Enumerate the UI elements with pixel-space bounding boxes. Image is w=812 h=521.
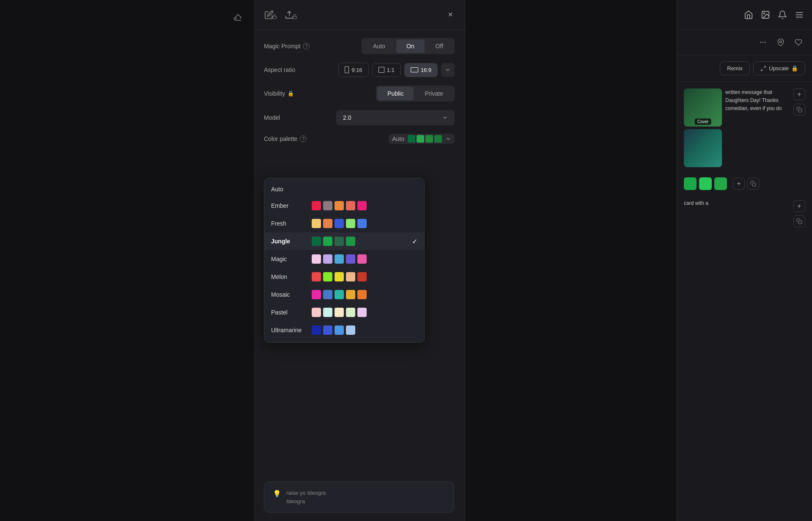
content-description-1: written message that Daughters Day! Than… [725,88,790,113]
color-palette-selector[interactable]: Auto [389,134,455,144]
menu-icon[interactable] [793,9,805,21]
chip-1 [684,177,697,190]
aspect-ratio-label: Aspect ratio [264,66,295,73]
magic-prompt-auto[interactable]: Auto [363,39,395,53]
melon-swatch-2 [323,272,332,281]
palette-ember-item[interactable]: Ember [264,197,424,215]
fresh-swatch-1 [312,219,321,228]
magic-swatch-1 [312,254,321,264]
pastel-swatches [312,308,367,317]
add-action-2[interactable]: + [793,200,805,212]
palette-magic-item[interactable]: Magic [264,250,424,268]
ember-swatch-3 [335,201,344,210]
image-thumb-1[interactable]: Cover [684,88,722,127]
jungle-check: ✓ [412,237,417,245]
fresh-swatch-4 [346,219,355,228]
magic-swatch-5 [357,254,367,264]
heart-icon[interactable] [792,36,805,49]
svg-rect-0 [273,16,277,19]
ember-swatch-1 [312,201,321,210]
palette-ultramarine-item[interactable]: Ultramarine [264,321,424,339]
content-description-2: card with a [684,200,790,206]
mosaic-swatches [312,290,367,299]
copy-color[interactable] [747,178,759,190]
edit-lock-icon[interactable] [264,8,277,22]
mosaic-swatch-2 [323,290,332,299]
magic-prompt-on[interactable]: On [396,39,425,53]
svg-rect-14 [798,109,802,112]
content-actions-2: + [793,200,805,227]
svg-point-4 [763,13,765,14]
svg-point-9 [765,42,766,43]
add-action-1[interactable]: + [793,88,805,100]
upscale-button[interactable]: Upscale 🔒 [753,61,805,75]
content-row-1: Cover written message that Daughters Day… [684,88,805,167]
palette-auto-label: Auto [271,186,305,193]
mosaic-swatch-5 [357,290,367,299]
content-text-1: written message that Daughters Day! Than… [725,88,790,113]
prompt-area: 💡 raise yo Ideogra Ideogra [264,482,454,513]
aspect-portrait-btn[interactable]: 9:16 [338,63,368,77]
jungle-swatch-1 [312,237,321,246]
palette-mosaic-label: Mosaic [271,291,305,298]
melon-swatch-5 [357,272,367,281]
mosaic-swatch-4 [346,290,355,299]
visibility-public[interactable]: Public [377,87,414,100]
visibility-toggle: Public Private [376,85,455,102]
more-options-icon[interactable] [756,36,770,49]
visibility-row: Visibility 🔒 Public Private [264,85,455,102]
content-area: Cover written message that Daughters Day… [677,82,812,234]
pin-icon[interactable] [774,36,787,49]
palette-melon-item[interactable]: Melon [264,268,424,286]
palette-jungle-item[interactable]: Jungle ✓ [264,232,424,250]
melon-swatch-4 [346,272,355,281]
bell-icon[interactable] [776,9,788,21]
gallery-icon[interactable] [760,9,771,21]
magic-swatch-3 [335,254,344,264]
svg-point-11 [780,41,782,43]
palette-melon-label: Melon [271,273,305,280]
magic-prompt-info[interactable]: ? [303,43,310,50]
magic-prompt-off[interactable]: Off [425,39,453,53]
palette-ember-label: Ember [271,202,305,209]
panel-header: × [254,0,465,30]
aspect-landscape-btn[interactable]: 16:9 [404,63,438,77]
image-thumb-2[interactable] [684,129,722,167]
ember-swatch-2 [323,201,332,210]
cover-badge: Cover [695,119,711,125]
palette-fresh-item[interactable]: Fresh [264,215,424,232]
visibility-lock: 🔒 [288,91,294,96]
palette-ultramarine-label: Ultramarine [271,327,305,334]
ultramarine-swatch-1 [312,325,321,335]
fresh-swatch-3 [335,219,344,228]
close-button[interactable]: × [446,8,455,21]
ultramarine-swatches [312,325,355,335]
visibility-label: Visibility 🔒 [264,90,294,97]
pastel-swatch-3 [335,308,344,317]
swatch-3 [425,135,433,143]
palette-magic-label: Magic [271,256,305,262]
palette-mosaic-item[interactable]: Mosaic [264,286,424,303]
aspect-more-btn[interactable] [441,63,455,77]
home-icon[interactable] [743,9,754,21]
palette-auto-item[interactable]: Auto [264,182,424,197]
square-icon [379,67,384,73]
copy-action-1[interactable] [793,104,805,116]
landscape-icon [411,67,418,72]
palette-pastel-item[interactable]: Pastel [264,303,424,321]
eraser-tool[interactable] [228,8,247,26]
color-palette-swatches [408,135,442,143]
copy-action-2[interactable] [793,215,805,227]
remix-button[interactable]: Remix [720,61,750,75]
visibility-private[interactable]: Private [414,87,453,100]
palette-fresh-label: Fresh [271,220,305,227]
content-text-2: card with a [684,200,790,206]
swatch-1 [408,135,415,143]
color-palette-info[interactable]: ? [300,135,307,142]
chip-3 [714,177,727,190]
aspect-square-btn[interactable]: 1:1 [372,63,401,77]
upload-lock-icon[interactable] [284,8,298,22]
model-select[interactable]: 2.0 [336,110,455,125]
add-color[interactable]: + [733,178,745,190]
mosaic-swatch-1 [312,290,321,299]
